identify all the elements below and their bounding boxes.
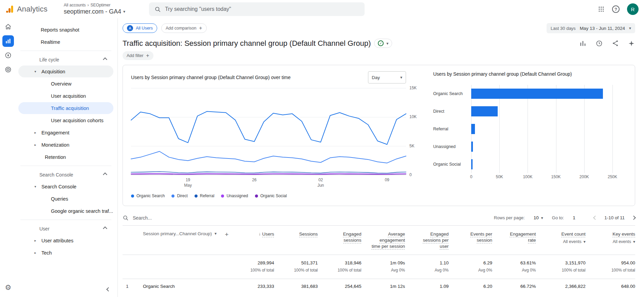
table-search-input[interactable] bbox=[133, 215, 207, 221]
icon-rail: ⚙ bbox=[0, 18, 16, 297]
rail-reports-button[interactable] bbox=[2, 35, 14, 47]
column-header-engaged-sessions-per-user[interactable]: Engaged sessions per user bbox=[408, 231, 449, 250]
bar-row bbox=[471, 103, 612, 120]
rows-per-page-select[interactable]: 10 ▾ bbox=[534, 215, 543, 220]
nav-engagement[interactable]: ▸ Engagement bbox=[18, 127, 113, 138]
data-quality-dropdown[interactable]: ✓ ▾ bbox=[374, 39, 392, 48]
nav-user-acquisition-cohorts[interactable]: User acquisition cohorts bbox=[18, 114, 113, 126]
column-header-key-events[interactable]: Key events All events ▾ bbox=[589, 231, 635, 250]
nav-monetization[interactable]: ▸ Monetization bbox=[18, 139, 113, 151]
nav-section-user[interactable]: User bbox=[18, 223, 113, 235]
comparisons-icon[interactable] bbox=[579, 40, 587, 47]
add-dimension-icon[interactable]: + bbox=[225, 231, 228, 238]
collapse-nav-button[interactable] bbox=[107, 286, 110, 292]
granularity-select[interactable]: Day ▾ bbox=[368, 71, 406, 83]
bar-category-label: Referral bbox=[433, 120, 471, 138]
legend-item[interactable]: Unassigned bbox=[221, 193, 248, 198]
gridline bbox=[612, 85, 613, 173]
nav-overview[interactable]: Overview bbox=[18, 78, 113, 90]
column-header-events-per-session[interactable]: Events per session bbox=[452, 231, 492, 250]
nav-tech[interactable]: ▸ Tech bbox=[18, 247, 113, 259]
nav-user-attributes[interactable]: ▸ User attributes bbox=[18, 235, 113, 246]
bar[interactable] bbox=[471, 89, 603, 99]
breadcrumb-org[interactable]: SEOptimer bbox=[91, 3, 111, 8]
all-users-comparison-chip[interactable]: A All Users bbox=[123, 23, 157, 33]
rail-explore-button[interactable] bbox=[2, 50, 14, 61]
report-nav: Reports snapshot Realtime Life cycle ▾ A… bbox=[16, 18, 118, 297]
goto-page-input[interactable] bbox=[573, 215, 585, 220]
help-icon[interactable]: ? bbox=[612, 5, 620, 13]
report-table: Rows per page: 10 ▾ Go to: 1-10 of 11 bbox=[123, 206, 635, 294]
rail-advertising-button[interactable] bbox=[2, 64, 14, 75]
legend-item[interactable]: Organic Search bbox=[131, 193, 165, 198]
add-comparison-button[interactable]: Add comparison + bbox=[161, 23, 207, 33]
add-filter-button[interactable]: Add filter + bbox=[123, 51, 153, 60]
nav-item-label: Acquisition bbox=[41, 69, 65, 74]
nav-realtime[interactable]: Realtime bbox=[18, 36, 113, 48]
chevron-down-icon: ▾ bbox=[629, 26, 631, 31]
header-spacer bbox=[123, 231, 140, 250]
collapse-up-icon bbox=[103, 226, 107, 231]
bar[interactable] bbox=[471, 142, 473, 152]
report-title-row: Traffic acquisition: Session primary cha… bbox=[123, 39, 635, 48]
nav-search-console[interactable]: ▾ Search Console bbox=[18, 181, 113, 192]
column-header-event-count[interactable]: Event count All events ▾ bbox=[539, 231, 585, 250]
column-header-avg-engagement-time[interactable]: Average engagement time per session bbox=[365, 231, 405, 250]
nav-user-acquisition[interactable]: User acquisition bbox=[18, 90, 113, 102]
bar-chart-plot bbox=[471, 85, 612, 173]
user-avatar[interactable]: R bbox=[627, 3, 639, 15]
next-page-icon[interactable] bbox=[631, 216, 636, 220]
nav-item-label: User attributes bbox=[41, 238, 73, 243]
table-body: 1Organic Search233,333381,683254,6451m 1… bbox=[123, 279, 635, 294]
legend-label: Unassigned bbox=[226, 193, 248, 198]
date-range-picker[interactable]: Last 30 days May 13 - Jun 11, 2024 ▾ bbox=[547, 23, 635, 33]
x-tick-label: 0 bbox=[470, 174, 473, 179]
nav-reports-snapshot[interactable]: Reports snapshot bbox=[18, 24, 113, 36]
nav-traffic-acquisition[interactable]: Traffic acquisition bbox=[18, 102, 113, 114]
nav-section-life-cycle[interactable]: Life cycle bbox=[18, 54, 113, 66]
share-icon[interactable] bbox=[612, 40, 619, 47]
column-header-users[interactable]: ↓ Users bbox=[234, 231, 274, 250]
nav-retention[interactable]: Retention bbox=[18, 151, 113, 163]
all-events-dropdown[interactable]: All events ▾ bbox=[613, 239, 635, 244]
column-header-sessions[interactable]: Sessions bbox=[277, 231, 318, 250]
bar[interactable] bbox=[471, 106, 498, 116]
global-search-input[interactable] bbox=[165, 6, 359, 12]
totals-cell: 289,994100% of total bbox=[234, 260, 274, 273]
dimension-header[interactable]: Session primary...Channel Group) ▾ + bbox=[143, 231, 231, 250]
global-search[interactable] bbox=[149, 2, 365, 16]
nav-google-organic-search-traffic[interactable]: Google organic search traf... bbox=[18, 205, 113, 217]
sort-desc-icon: ↓ bbox=[259, 231, 261, 237]
apps-grid-icon[interactable] bbox=[598, 6, 605, 13]
legend-item[interactable]: Organic Social bbox=[255, 193, 287, 198]
totals-cell: 1.10Avg 0% bbox=[408, 260, 449, 273]
analytics-brand[interactable]: Analytics bbox=[5, 4, 48, 14]
nav-section-search-console[interactable]: Search Console bbox=[18, 169, 113, 181]
bar[interactable] bbox=[471, 124, 475, 134]
metric-value: 2,366,822 bbox=[539, 284, 585, 289]
insights-icon[interactable] bbox=[628, 40, 635, 47]
column-header-engaged-sessions[interactable]: Engaged sessions bbox=[321, 231, 361, 250]
nav-acquisition[interactable]: ▾ Acquisition bbox=[18, 66, 113, 77]
table-row[interactable]: 1Organic Search233,333381,683254,6451m 1… bbox=[123, 279, 635, 294]
legend-item[interactable]: Direct bbox=[171, 193, 187, 198]
breadcrumb-account[interactable]: All accounts bbox=[64, 3, 86, 8]
line-series bbox=[131, 174, 406, 174]
column-label: Users bbox=[262, 231, 274, 237]
chevron-down-icon: ▾ bbox=[123, 9, 125, 14]
rows-per-page-label: Rows per page: bbox=[494, 215, 525, 220]
previous-page-icon[interactable] bbox=[593, 216, 597, 220]
table-search[interactable] bbox=[123, 215, 231, 221]
settings-gear-icon[interactable]: ⚙ bbox=[5, 283, 12, 292]
rail-home-button[interactable] bbox=[2, 21, 14, 33]
all-events-dropdown[interactable]: All events ▾ bbox=[563, 239, 585, 244]
property-switcher[interactable]: All accounts › SEOptimer seoptimer.com -… bbox=[64, 3, 125, 16]
totals-cell: 318,946100% of total bbox=[321, 260, 361, 273]
nav-queries[interactable]: Queries bbox=[18, 193, 113, 205]
bar[interactable] bbox=[471, 159, 473, 169]
expand-right-icon: ▸ bbox=[33, 143, 38, 147]
target-icon bbox=[4, 66, 12, 73]
clock-icon[interactable] bbox=[595, 40, 603, 47]
legend-item[interactable]: Referral bbox=[195, 193, 215, 198]
column-header-engagement-rate[interactable]: Engagement rate bbox=[496, 231, 536, 250]
